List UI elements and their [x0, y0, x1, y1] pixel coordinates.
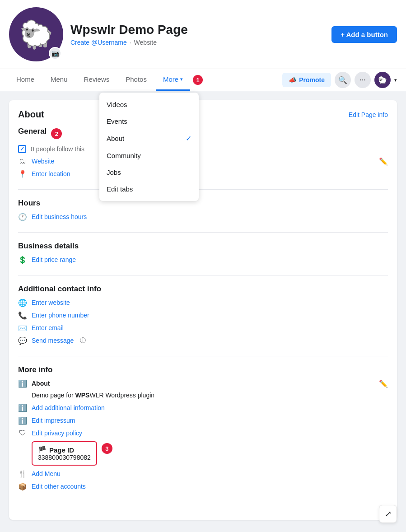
edit-accounts-link[interactable]: Edit other accounts — [32, 483, 86, 490]
globe-icon: 🌐 — [18, 298, 27, 307]
edit-price-link[interactable]: Edit price range — [32, 256, 76, 263]
edit-website-icon[interactable]: ✏️ — [379, 157, 388, 166]
general-section: General 2 0 people follow this 🗂 Website… — [18, 127, 388, 190]
edit-about-icon[interactable]: ✏️ — [379, 379, 388, 388]
nav-reviews[interactable]: Reviews — [77, 69, 117, 91]
hours-section: Hours 🕐 Edit business hours — [18, 199, 388, 233]
more-info-section: More info ℹ️ About ✏️ Demo page for WPSW… — [18, 365, 388, 502]
hours-row: 🕐 Edit business hours — [18, 212, 388, 221]
page-id-label-text: 🏴 Page ID — [38, 446, 91, 454]
avatar-emoji: 🐑 — [19, 19, 53, 51]
dropdown-videos[interactable]: Videos — [99, 96, 199, 113]
add-button[interactable]: + Add a button — [331, 26, 397, 43]
search-icon: 🔍 — [338, 76, 347, 84]
promote-button[interactable]: 📣 Promote — [282, 73, 331, 87]
message-info-icon: ⓘ — [80, 336, 86, 345]
nav-home[interactable]: Home — [9, 69, 42, 91]
ellipsis-icon: ··· — [359, 76, 365, 84]
about-label: About — [32, 380, 50, 387]
page-id-value: 338800030798082 — [38, 454, 91, 461]
location-link[interactable]: Enter location — [32, 170, 70, 177]
dollar-icon: 💲 — [18, 255, 27, 264]
add-menu-row: 🍴 Add Menu — [18, 469, 388, 478]
edit-hours-link[interactable]: Edit business hours — [32, 213, 87, 220]
content-panel: About Edit Page info General 2 0 people … — [9, 100, 397, 520]
accounts-icon: 📦 — [18, 482, 27, 491]
profile-subtitle: Create @Username · Website — [70, 39, 324, 46]
location-icon: 📍 — [18, 169, 27, 178]
avatar-wrap: 🐑 📷 — [9, 7, 63, 61]
add-menu-link[interactable]: Add Menu — [32, 470, 61, 477]
add-info-icon: ℹ️ — [18, 403, 27, 412]
panel-title: About — [18, 109, 44, 120]
wpswlr-rest: WLR — [89, 392, 103, 399]
general-badge: 2 — [51, 128, 62, 139]
nav-actions: 📣 Promote 🔍 ··· 🐑 ▾ — [282, 72, 397, 88]
chevron-down-icon-nav: ▾ — [394, 77, 397, 83]
dropdown-events[interactable]: Events — [99, 113, 199, 130]
user-avatar-nav[interactable]: 🐑 — [374, 72, 391, 88]
share-icon-button[interactable]: ⤢ — [379, 505, 397, 523]
follow-text: 0 people follow this — [31, 145, 84, 153]
dropdown-community[interactable]: Community — [99, 147, 199, 164]
profile-header: 🐑 📷 Wpswlr Demo Page Create @Username · … — [0, 0, 406, 69]
phone-icon: 📞 — [18, 311, 27, 320]
add-info-link[interactable]: Add additional information — [32, 404, 105, 411]
location-row: 📍 Enter location — [18, 169, 388, 178]
enter-email-link[interactable]: Enter email — [32, 324, 64, 331]
impressum-row: ℹ️ Edit impressum — [18, 416, 388, 425]
page-id-row: 🏴 Page ID 338800030798082 3 — [18, 441, 388, 466]
dropdown-jobs[interactable]: Jobs — [99, 164, 199, 181]
camera-icon[interactable]: 📷 — [49, 47, 61, 60]
hours-title: Hours — [18, 199, 388, 208]
nav-more[interactable]: More ▾ — [156, 69, 190, 91]
business-title: Business details — [18, 242, 388, 251]
edit-impressum-link[interactable]: Edit impressum — [32, 417, 75, 424]
enter-website-link[interactable]: Enter website — [32, 299, 70, 306]
page-title: Wpswlr Demo Page — [70, 23, 324, 37]
nav-bar: Home Menu Reviews Photos More ▾ 1 Videos… — [0, 69, 406, 91]
dropdown-about[interactable]: About ✓ — [99, 130, 199, 147]
wpswlr-bold: WPS — [75, 392, 90, 399]
more-options-button[interactable]: ··· — [355, 72, 371, 88]
email-row: ✉️ Enter email — [18, 323, 388, 332]
enter-phone-link[interactable]: Enter phone number — [32, 312, 89, 319]
website-row: 🗂 Website ✏️ — [18, 157, 388, 166]
edit-privacy-link[interactable]: Edit privacy policy — [32, 429, 82, 437]
website-link[interactable]: Website — [32, 158, 54, 165]
nav-photos[interactable]: Photos — [118, 69, 154, 91]
edit-page-info-link[interactable]: Edit Page info — [349, 111, 388, 118]
search-button[interactable]: 🔍 — [335, 72, 351, 88]
profile-info: Wpswlr Demo Page Create @Username · Webs… — [70, 23, 324, 46]
main-content: About Edit Page info General 2 0 people … — [0, 91, 406, 529]
edit-accounts-row: 📦 Edit other accounts — [18, 482, 388, 491]
follow-checkbox — [18, 145, 26, 153]
email-icon: ✉️ — [18, 323, 27, 332]
privacy-icon: 🛡 — [18, 429, 27, 438]
profile-dot: · — [130, 39, 131, 46]
nav-menu[interactable]: Menu — [43, 69, 75, 91]
messenger-icon: 💬 — [18, 336, 27, 345]
profile-website: Website — [134, 39, 157, 46]
phone-row: 📞 Enter phone number — [18, 311, 388, 320]
avatar-nav-emoji: 🐑 — [378, 76, 387, 84]
privacy-row: 🛡 Edit privacy policy — [18, 429, 388, 438]
folder-icon: 🗂 — [18, 157, 27, 166]
add-info-row: ℹ️ Add additional information — [18, 403, 388, 412]
page-id-badge: 3 — [102, 443, 112, 454]
price-row: 💲 Edit price range — [18, 255, 388, 264]
chevron-down-icon: ▾ — [180, 76, 183, 82]
external-link-icon: ⤢ — [385, 509, 392, 519]
business-section: Business details 💲 Edit price range — [18, 242, 388, 275]
dropdown-edit-tabs[interactable]: Edit tabs — [99, 181, 199, 197]
flag-icon: 🏴 — [38, 446, 47, 454]
send-message-link[interactable]: Send message — [32, 337, 74, 344]
message-row: 💬 Send message ⓘ — [18, 336, 388, 345]
impressum-icon: ℹ️ — [18, 416, 27, 425]
megaphone-icon: 📣 — [289, 76, 296, 84]
contact-title: Additional contact info — [18, 285, 388, 294]
website-contact-row: 🌐 Enter website — [18, 298, 388, 307]
clock-icon: 🕐 — [18, 212, 27, 221]
about-check-icon: ✓ — [186, 134, 191, 143]
create-username-link[interactable]: Create @Username — [70, 39, 127, 46]
